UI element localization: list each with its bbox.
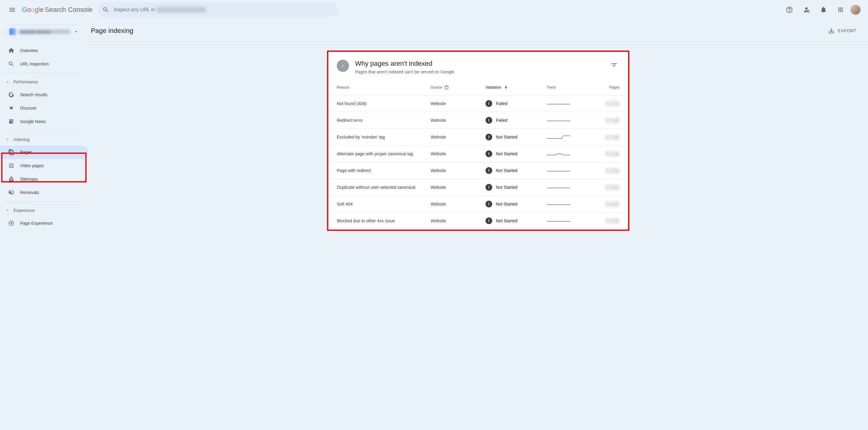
user-settings-button[interactable] xyxy=(799,2,814,17)
col-pages[interactable]: Pages xyxy=(589,85,620,90)
search-domain: example-domain.com xyxy=(157,7,206,12)
table-row[interactable]: Soft 404Website!Not Started— xyxy=(329,196,627,212)
table-row[interactable]: Page with redirectWebsite!Not Started— xyxy=(329,162,627,179)
sidebar-item-overview[interactable]: Overview xyxy=(0,44,88,57)
sidebar-section-performance[interactable]: Performance xyxy=(0,76,88,88)
sidebar-section-indexing[interactable]: Indexing xyxy=(0,133,88,145)
sidebar-item-label: Page Experience xyxy=(20,221,53,226)
cell-validation: !Failed xyxy=(486,117,547,124)
cell-pages: — xyxy=(605,218,620,224)
cell-reason: Redirect error xyxy=(337,118,431,123)
hamburger-icon xyxy=(8,6,16,13)
validation-status: Not Started xyxy=(496,185,518,190)
cell-pages: — xyxy=(605,168,620,174)
sidebar-item-url-inspection[interactable]: URL inspection xyxy=(0,57,88,71)
cell-trend xyxy=(547,218,589,224)
sidebar-item-pages[interactable]: Pages xyxy=(0,145,88,159)
help-button[interactable] xyxy=(782,2,797,17)
search-prefix: Inspect any URL in xyxy=(114,7,155,12)
property-favicon xyxy=(9,28,16,35)
sidebar-item-label: Overview xyxy=(20,48,38,53)
sidebar: example-domain Overview URL inspection P… xyxy=(0,20,88,430)
sidebar-item-label: Search results xyxy=(20,92,47,97)
download-icon xyxy=(828,27,835,34)
export-button[interactable]: EXPORT xyxy=(825,25,860,37)
info-icon xyxy=(337,60,349,72)
divider xyxy=(5,131,84,131)
col-trend[interactable]: Trend xyxy=(547,85,589,90)
cell-reason: Page with redirect xyxy=(337,168,431,173)
news-icon xyxy=(8,118,14,125)
search-placeholder: Inspect any URL in example-domain.com xyxy=(114,7,206,12)
cell-source: Website xyxy=(431,218,486,223)
url-search-bar[interactable]: Inspect any URL in example-domain.com xyxy=(97,2,338,17)
sidebar-item-sitemaps[interactable]: Sitemaps xyxy=(0,172,88,186)
sidebar-list: Overview URL inspection Performance Sear… xyxy=(0,44,88,230)
cell-pages: — xyxy=(605,185,620,190)
sidebar-item-discover[interactable]: Discover xyxy=(0,101,88,115)
chevron-down-icon xyxy=(5,208,10,212)
col-reason[interactable]: Reason xyxy=(337,85,431,90)
card-subtitle: Pages that aren't indexed can't be serve… xyxy=(355,69,602,74)
cell-source: Website xyxy=(431,151,486,156)
chevron-down-icon xyxy=(5,80,10,84)
cell-validation: !Not Started xyxy=(486,151,547,157)
validation-status: Not Started xyxy=(496,151,518,156)
property-selector[interactable]: example-domain xyxy=(5,25,84,38)
sidebar-item-search-results[interactable]: Search results xyxy=(0,88,88,101)
eye-off-icon xyxy=(8,189,14,196)
validation-status: Not Started xyxy=(496,168,518,173)
sidebar-item-removals[interactable]: Removals xyxy=(0,186,88,199)
table-body: Not found (404)Website!Failed—Redirect e… xyxy=(329,95,627,229)
sidebar-item-label: Video pages xyxy=(20,163,44,168)
table-row[interactable]: Alternate page with proper canonical tag… xyxy=(329,145,627,162)
cell-validation: !Failed xyxy=(486,100,547,107)
cell-reason: Excluded by 'noindex' tag xyxy=(337,135,431,139)
cell-reason: Soft 404 xyxy=(337,202,431,206)
sidebar-item-label: Sitemaps xyxy=(20,177,38,181)
sidebar-item-label: Discover xyxy=(20,106,37,110)
sidebar-section-experience[interactable]: Experience xyxy=(0,204,88,217)
cell-validation: !Not Started xyxy=(486,201,547,207)
table-row[interactable]: Duplicate without user-selected canonica… xyxy=(329,179,627,196)
apps-button[interactable] xyxy=(833,2,848,17)
cell-pages: — xyxy=(605,101,620,107)
table-row[interactable]: Not found (404)Website!Failed— xyxy=(329,95,627,112)
table-row[interactable]: Excluded by 'noindex' tagWebsite!Not Sta… xyxy=(329,129,627,145)
layout: example-domain Overview URL inspection P… xyxy=(0,20,868,430)
warning-icon: ! xyxy=(486,100,492,107)
search-icon xyxy=(102,6,109,13)
app-header: Google Search Console Inspect any URL in… xyxy=(0,0,868,20)
circle-plus-icon xyxy=(8,220,14,227)
account-avatar[interactable] xyxy=(850,5,861,15)
validation-status: Not Started xyxy=(496,202,518,206)
page-header: Page indexing EXPORT xyxy=(88,20,868,42)
help-icon xyxy=(786,6,793,13)
cell-source: Website xyxy=(431,168,486,173)
cell-reason: Blocked due to other 4xx issue xyxy=(337,218,431,223)
table-row[interactable]: Redirect errorWebsite!Failed— xyxy=(329,112,627,129)
sidebar-item-google-news[interactable]: Google News xyxy=(0,115,88,128)
validation-status: Not Started xyxy=(496,218,518,223)
logo[interactable]: Google Search Console xyxy=(22,6,93,14)
filter-button[interactable] xyxy=(609,60,620,71)
sidebar-item-label: Google News xyxy=(20,119,46,124)
sidebar-item-page-experience[interactable]: Page Experience xyxy=(0,217,88,230)
help-icon[interactable] xyxy=(444,85,449,90)
section-title: Performance xyxy=(13,79,38,85)
card-header: Why pages aren't indexed Pages that aren… xyxy=(329,53,627,80)
table-row[interactable]: Blocked due to other 4xx issueWebsite!No… xyxy=(329,212,627,229)
sitemap-icon xyxy=(8,176,14,183)
cell-reason: Duplicate without user-selected canonica… xyxy=(337,185,431,190)
cell-trend xyxy=(547,134,589,140)
bell-icon xyxy=(820,6,827,13)
sidebar-item-video-pages[interactable]: Video pages xyxy=(0,159,88,172)
validation-status: Not Started xyxy=(496,135,518,139)
notifications-button[interactable] xyxy=(816,2,831,17)
col-source-label: Source xyxy=(431,85,442,90)
col-source[interactable]: Source xyxy=(431,85,486,90)
video-icon xyxy=(8,162,14,169)
menu-button[interactable] xyxy=(5,2,20,17)
page-title: Page indexing xyxy=(91,27,133,35)
col-validation[interactable]: Validation xyxy=(486,85,547,90)
